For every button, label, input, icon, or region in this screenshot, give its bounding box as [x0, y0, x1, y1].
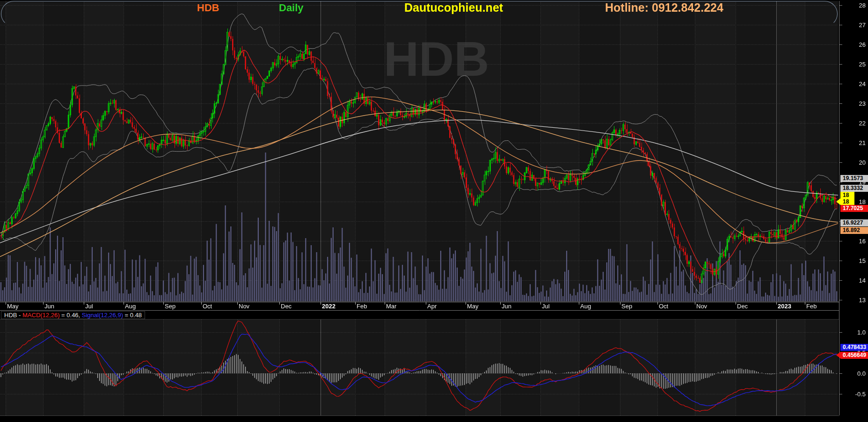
macd-title-label: MACD(12,26)	[22, 312, 59, 319]
site-brand: Dautucophieu.net	[404, 1, 503, 15]
timeframe-label: Daily	[279, 2, 304, 14]
symbol-label: HDB	[197, 2, 219, 14]
signal-value: = 0.48	[123, 312, 142, 319]
signal-title-label: Signal(12,26,9)	[82, 312, 123, 319]
stock-chart-app: HDB Daily Dautucophieu.net Hotline: 0912…	[0, 0, 868, 422]
macd-title-symbol: HDB -	[4, 312, 22, 319]
hotline-label: Hotline: 0912.842.224	[605, 1, 723, 15]
chart-canvas[interactable]	[0, 0, 868, 422]
macd-value: = 0.46,	[59, 312, 81, 319]
macd-titlebar: HDB - MACD(12,26) = 0.46, Signal(12,26,9…	[1, 311, 145, 319]
